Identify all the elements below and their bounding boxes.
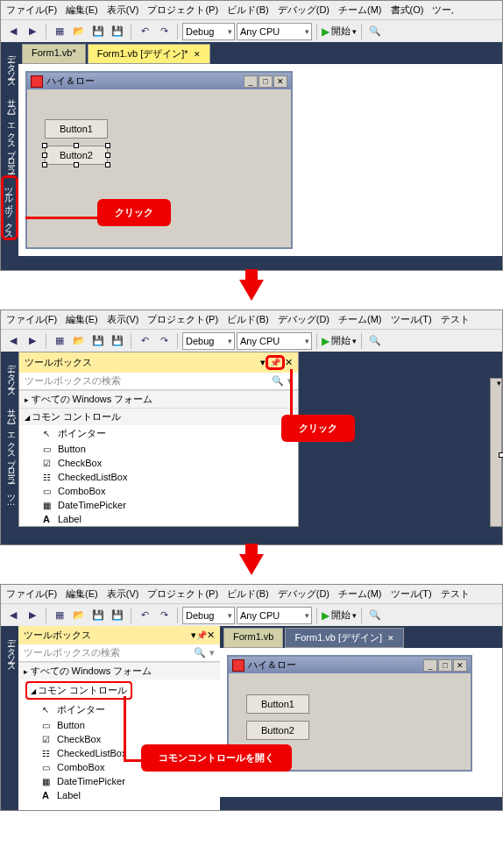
item-datetimepicker[interactable]: ▦DateTimePicker [19,498,298,512]
save-all-icon[interactable]: 💾 [109,23,126,40]
platform-combo[interactable]: Any CPU [237,332,312,350]
start-button[interactable]: 開始 [331,608,351,622]
button1[interactable]: Button1 [246,694,309,714]
menu-project[interactable]: プロジェクト(P) [145,587,220,601]
item-button[interactable]: ▭Button [18,718,220,732]
maximize-icon[interactable]: □ [259,75,273,88]
undo-icon[interactable]: ↶ [136,607,153,624]
tab-design[interactable]: Form1.vb [デザイン]✕ [285,628,404,648]
menu-tool[interactable]: ツール [430,3,453,18]
item-pointer[interactable]: ↖ポインター [18,701,220,718]
nav-back-icon[interactable]: ◀ [4,607,22,624]
menu-team[interactable]: チーム(M) [337,312,384,327]
new-project-icon[interactable]: ▦ [51,607,68,624]
sidetab-toolbox[interactable]: ツールボックス [1,175,18,240]
menu-tool[interactable]: ツール(T) [389,312,434,327]
tab-code[interactable]: Form1.vb* [22,44,86,64]
config-combo[interactable]: Debug [182,23,235,40]
open-icon[interactable]: 📂 [70,332,88,350]
menu-edit[interactable]: 編集(E) [64,587,100,601]
find-icon[interactable]: 🔍 [366,607,384,624]
toolbox-search[interactable]: ツールボックスの検索 🔍 ▾ [19,373,298,390]
search-icon[interactable]: 🔍 [272,375,284,387]
nav-fwd-icon[interactable]: ▶ [24,332,41,350]
menu-view[interactable]: 表示(V) [105,3,141,18]
item-label[interactable]: ALabel [19,512,298,526]
nav-back-icon[interactable]: ◀ [4,23,22,40]
item-button[interactable]: ▭Button [19,442,298,456]
item-checkedlistbox[interactable]: ☷CheckedListBox [19,470,298,484]
menu-test[interactable]: テスト [439,587,471,601]
redo-icon[interactable]: ↷ [155,607,173,624]
toolbox-close-icon[interactable]: ✕ [285,357,293,368]
menu-view[interactable]: 表示(V) [105,312,141,327]
menu-edit[interactable]: 編集(E) [64,3,100,18]
menu-debug[interactable]: デバッグ(D) [276,587,331,601]
category-common-controls[interactable]: コモン コントロール [19,408,298,425]
platform-combo[interactable]: Any CPU [237,23,312,40]
sidetab-datasource[interactable]: データソース [1,355,18,395]
menu-project[interactable]: プロジェクト(P) [145,3,220,18]
find-icon[interactable]: 🔍 [366,332,384,350]
category-all-windows[interactable]: すべての Windows フォーム [19,390,298,408]
item-label[interactable]: ALabel [18,788,220,802]
toolbox-search[interactable]: ツールボックスの検索 🔍 ▾ [18,644,220,662]
open-icon[interactable]: 📂 [70,23,88,40]
item-datetimepicker[interactable]: ▦DateTimePicker [18,774,220,788]
close-window-icon[interactable]: ✕ [453,659,467,672]
open-icon[interactable]: 📂 [70,607,88,624]
pin-icon[interactable]: 📌 [196,630,207,640]
toolbox-close-icon[interactable]: ✕ [207,630,215,641]
button2[interactable]: Button2 [246,721,309,740]
menu-format[interactable]: 書式(O) [389,3,426,18]
nav-fwd-icon[interactable]: ▶ [24,607,41,624]
button2[interactable]: Button2 [45,146,108,165]
menu-edit[interactable]: 編集(E) [64,312,100,327]
new-project-icon[interactable]: ▦ [51,23,68,40]
sidetab-toolbox[interactable]: ツ… [1,485,18,509]
undo-icon[interactable]: ↶ [136,23,153,40]
new-project-icon[interactable]: ▦ [51,332,68,350]
menu-build[interactable]: ビルド(B) [225,3,271,18]
find-icon[interactable]: 🔍 [366,23,384,40]
save-icon[interactable]: 💾 [89,23,107,40]
save-icon[interactable]: 💾 [89,332,107,350]
undo-icon[interactable]: ↶ [136,332,153,350]
minimize-icon[interactable]: _ [244,75,258,88]
start-button[interactable]: 開始 [331,334,351,347]
menu-view[interactable]: 表示(V) [105,587,141,601]
config-combo[interactable]: Debug [182,607,235,624]
redo-icon[interactable]: ↷ [155,332,173,350]
search-icon[interactable]: 🔍 [194,647,206,658]
menu-file[interactable]: ファイル(F) [4,3,59,18]
play-icon[interactable]: ▶ [322,25,329,38]
menu-team[interactable]: チーム(M) [337,3,384,18]
menu-file[interactable]: ファイル(F) [4,587,59,601]
play-icon[interactable]: ▶ [322,609,329,622]
tab-code[interactable]: Form1.vb [223,628,283,648]
item-combobox[interactable]: ▭ComboBox [19,484,298,498]
menu-build[interactable]: ビルド(B) [225,312,271,327]
maximize-icon[interactable]: □ [438,659,452,672]
item-checkbox[interactable]: ☑CheckBox [19,456,298,470]
tab-design[interactable]: Form1.vb [デザイン]*✕ [88,44,210,64]
sidetab-server[interactable]: サーバー エクスプローラー [1,399,18,481]
config-combo[interactable]: Debug [182,332,235,350]
start-button[interactable]: 開始 [331,25,351,38]
minimize-icon[interactable]: _ [423,659,437,672]
nav-back-icon[interactable]: ◀ [4,332,22,350]
save-icon[interactable]: 💾 [89,607,107,624]
sidetab-server[interactable]: サーバー エクスプローラー [1,89,18,172]
play-icon[interactable]: ▶ [322,335,329,347]
menu-file[interactable]: ファイル(F) [4,312,59,327]
close-icon[interactable]: ✕ [387,634,394,643]
sidetab-datasource[interactable]: データソース [1,630,18,670]
save-all-icon[interactable]: 💾 [109,332,126,350]
menu-debug[interactable]: デバッグ(D) [276,3,331,18]
nav-fwd-icon[interactable]: ▶ [24,23,41,40]
close-icon[interactable]: ✕ [194,50,201,59]
pin-icon[interactable]: 📌 [266,355,285,370]
menu-team[interactable]: チーム(M) [337,587,384,601]
category-all-windows[interactable]: すべての Windows フォーム [18,662,220,679]
platform-combo[interactable]: Any CPU [237,607,312,624]
